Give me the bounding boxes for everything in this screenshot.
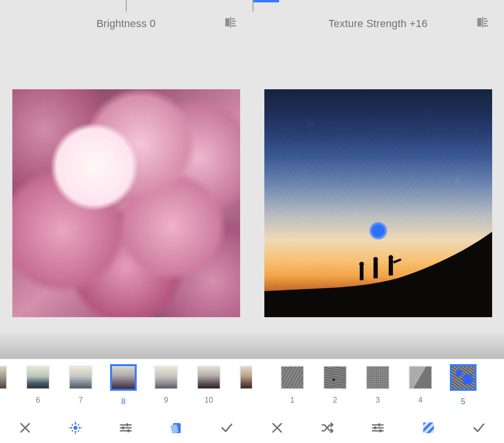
svg-rect-2: [232, 18, 235, 19]
svg-point-13: [72, 430, 73, 431]
svg-rect-3: [232, 20, 236, 22]
color-palette-button[interactable]: [61, 414, 90, 442]
svg-rect-20: [127, 423, 129, 426]
bottom-toolbar: [252, 412, 504, 443]
cancel-button[interactable]: [11, 414, 39, 442]
svg-rect-33: [360, 266, 364, 280]
preset-thumbnail[interactable]: [230, 366, 252, 396]
parameter-readout[interactable]: Brightness 0: [0, 0, 252, 47]
preset-thumbnail-6[interactable]: 6: [17, 366, 59, 405]
svg-point-15: [75, 421, 76, 422]
svg-rect-35: [373, 261, 378, 278]
shuffle-button[interactable]: [313, 414, 342, 442]
apply-button[interactable]: [213, 414, 241, 442]
svg-rect-44: [380, 429, 382, 432]
parameter-label: Brightness 0: [96, 18, 156, 30]
cancel-button[interactable]: [263, 414, 291, 442]
focus-point-handle[interactable]: [370, 223, 386, 239]
dot-grid-icon: [68, 421, 83, 435]
right-pane: Texture Strength +16: [252, 0, 504, 443]
svg-rect-27: [477, 18, 482, 27]
texture-thumbnail-5[interactable]: 5: [442, 366, 485, 406]
preset-thumbnail-9[interactable]: 9: [145, 366, 187, 405]
svg-rect-28: [482, 17, 484, 28]
svg-rect-24: [128, 429, 130, 432]
preset-thumbnail-7[interactable]: 7: [59, 366, 102, 405]
svg-point-17: [69, 427, 70, 428]
texture-thumbnail-3[interactable]: 3: [356, 366, 399, 405]
preset-thumbnail[interactable]: [0, 366, 17, 396]
left-pane: Brightness 0: [0, 0, 252, 443]
svg-point-10: [79, 427, 81, 429]
svg-rect-5: [232, 25, 236, 27]
svg-point-14: [78, 430, 79, 431]
texture-button[interactable]: [414, 414, 443, 442]
right-editor-area[interactable]: Texture Strength +16: [252, 0, 504, 359]
styles-button[interactable]: [162, 414, 191, 442]
texture-thumbnail-2[interactable]: 2: [314, 366, 356, 405]
shuffle-icon: [320, 421, 335, 435]
parameter-label: Texture Strength +16: [328, 18, 428, 30]
svg-point-12: [78, 424, 79, 425]
sliders-icon: [119, 421, 133, 435]
preset-thumbnail-8[interactable]: 8: [102, 366, 145, 406]
svg-point-11: [72, 424, 73, 425]
sliders-icon: [371, 421, 385, 435]
svg-point-38: [388, 255, 393, 260]
svg-point-36: [373, 257, 378, 262]
svg-rect-42: [374, 426, 376, 429]
svg-point-6: [74, 425, 78, 430]
svg-point-34: [359, 262, 364, 266]
card-icon: [169, 421, 184, 435]
svg-point-9: [71, 427, 73, 429]
parameter-readout[interactable]: Texture Strength +16: [252, 0, 504, 47]
svg-point-7: [75, 423, 76, 424]
svg-rect-29: [484, 18, 487, 19]
svg-rect-30: [484, 20, 488, 22]
apply-button[interactable]: [465, 414, 493, 442]
check-icon: [220, 421, 234, 435]
svg-point-8: [75, 431, 76, 433]
svg-rect-32: [484, 25, 488, 27]
svg-rect-31: [484, 23, 487, 24]
close-icon: [270, 421, 284, 435]
svg-rect-1: [230, 17, 232, 28]
diagonal-stripes-icon: [421, 421, 436, 435]
texture-thumbnail-4[interactable]: 4: [399, 366, 442, 405]
svg-point-18: [81, 427, 82, 428]
preset-thumbnail-strip[interactable]: 6 7 8 9 10: [0, 359, 252, 412]
image-canvas[interactable]: [12, 89, 240, 317]
svg-rect-22: [122, 426, 124, 429]
compare-icon[interactable]: [224, 15, 238, 32]
svg-rect-37: [389, 259, 393, 275]
texture-thumbnail-1[interactable]: 1: [271, 366, 314, 405]
bottom-toolbar: [0, 412, 252, 443]
image-canvas[interactable]: [264, 89, 492, 317]
adjust-button[interactable]: [364, 414, 392, 442]
texture-thumbnail-strip[interactable]: 1 2 3 4 5: [252, 359, 504, 412]
svg-rect-0: [225, 18, 230, 27]
preset-thumbnail-10[interactable]: 10: [187, 366, 230, 405]
compare-icon[interactable]: [476, 15, 490, 32]
svg-point-16: [75, 433, 76, 434]
svg-rect-40: [379, 423, 381, 426]
left-editor-area[interactable]: Brightness 0: [0, 0, 252, 359]
check-icon: [472, 421, 486, 435]
svg-rect-4: [232, 23, 235, 24]
adjust-button[interactable]: [112, 414, 140, 442]
